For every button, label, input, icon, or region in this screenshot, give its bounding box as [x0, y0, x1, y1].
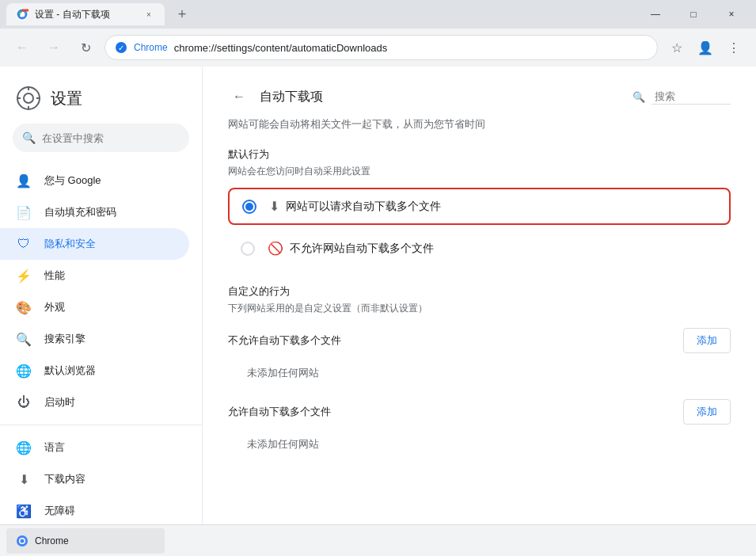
browser-icon: 🌐: [16, 363, 32, 379]
sidebar-divider-1: [0, 425, 202, 425]
taskbar: Chrome: [0, 524, 756, 556]
sidebar-item-appearance[interactable]: 🎨 外观: [0, 291, 189, 323]
content-area: ← 自动下载项 🔍 网站可能会自动将相关文件一起下载，从而为您节省时间 默认行为…: [203, 67, 756, 556]
sidebar-label-autofill: 自动填充和密码: [44, 205, 116, 219]
allow-custom-block: 允许自动下载多个文件 添加 未添加任何网站: [228, 399, 731, 458]
sidebar-group-1: 👤 您与 Google 📄 自动填充和密码 🛡 隐私和安全 ⚡ 性能 🎨 外观 …: [0, 165, 202, 418]
autofill-icon: 📄: [16, 204, 32, 220]
deny-option[interactable]: 🚫 不允许网站自动下载多个文件: [228, 231, 731, 265]
download-option-icon: ⬇: [269, 199, 279, 214]
content-back-button[interactable]: ←: [228, 86, 250, 108]
content-search-input[interactable]: [652, 89, 731, 105]
allow-block-header: 允许自动下载多个文件 添加: [228, 399, 731, 425]
sidebar-label-accessibility: 无障碍: [44, 504, 75, 518]
bookmark-button[interactable]: ☆: [664, 35, 690, 60]
url-text: chrome://settings/content/automaticDownl…: [174, 42, 388, 54]
settings-search-input[interactable]: [42, 132, 180, 144]
deny-option-label: 不允许网站自动下载多个文件: [290, 242, 434, 256]
settings-logo-icon: [16, 86, 41, 111]
sidebar-label-language: 语言: [44, 440, 65, 455]
custom-section-title: 自定义的行为: [228, 284, 731, 299]
sidebar: 设置 🔍 👤 您与 Google 📄 自动填充和密码 🛡 隐私和安全 ⚡ 性能: [0, 67, 203, 556]
refresh-button[interactable]: ↻: [73, 35, 98, 60]
deny-option-icon: 🚫: [268, 241, 283, 256]
profile-button[interactable]: 👤: [693, 35, 718, 60]
tab-favicon: [16, 8, 28, 21]
taskbar-chrome-item[interactable]: Chrome: [6, 528, 165, 554]
sidebar-label-browser: 默认浏览器: [44, 364, 96, 378]
deny-custom-block: 不允许自动下载多个文件 添加 未添加任何网站: [228, 328, 731, 387]
allow-block-title: 允许自动下载多个文件: [228, 405, 331, 419]
sidebar-item-accessibility[interactable]: ♿ 无障碍: [0, 495, 189, 527]
default-section-title: 默认行为: [228, 147, 731, 162]
settings-search-bar[interactable]: 🔍: [13, 124, 189, 152]
svg-point-9: [21, 539, 25, 543]
address-bar[interactable]: ✓ Chrome chrome://settings/content/autom…: [104, 35, 658, 60]
back-navigation: ← 自动下载项: [228, 86, 323, 108]
taskbar-chrome-icon: [16, 535, 28, 547]
sidebar-item-startup[interactable]: ⏻ 启动时: [0, 387, 189, 418]
sidebar-item-performance[interactable]: ⚡ 性能: [0, 260, 189, 291]
tab-title: 设置 - 自动下载项: [35, 8, 136, 21]
deny-block-header: 不允许自动下载多个文件 添加: [228, 328, 731, 353]
menu-button[interactable]: ⋮: [721, 35, 747, 60]
allow-empty-message: 未添加任何网站: [228, 431, 731, 458]
sidebar-label-downloads: 下载内容: [44, 472, 85, 486]
search-engine-icon: 🔍: [16, 331, 32, 347]
back-button[interactable]: ←: [9, 35, 35, 60]
deny-option-content: 🚫 不允许网站自动下载多个文件: [268, 241, 434, 256]
svg-point-5: [17, 87, 40, 109]
deny-block-title: 不允许自动下载多个文件: [228, 333, 341, 348]
title-bar: 设置 - 自动下载项 × + — □ ×: [0, 0, 756, 29]
allow-option[interactable]: ⬇ 网站可以请求自动下载多个文件: [228, 188, 731, 225]
forward-button[interactable]: →: [41, 35, 66, 60]
settings-header: 设置: [0, 79, 202, 124]
sidebar-item-autofill[interactable]: 📄 自动填充和密码: [0, 196, 189, 228]
allow-option-content: ⬇ 网站可以请求自动下载多个文件: [269, 199, 441, 214]
navigation-bar: ← → ↻ ✓ Chrome chrome://settings/content…: [0, 29, 756, 67]
content-search-icon: 🔍: [633, 91, 645, 103]
svg-text:✓: ✓: [118, 44, 124, 52]
download-icon: ⬇: [16, 471, 32, 487]
sidebar-item-google[interactable]: 👤 您与 Google: [0, 165, 189, 196]
custom-section-subtitle: 下列网站采用的是自定义设置（而非默认设置）: [228, 302, 731, 315]
performance-icon: ⚡: [16, 268, 32, 284]
language-icon: 🌐: [16, 440, 32, 455]
deny-radio[interactable]: [241, 242, 255, 256]
tab-close-button[interactable]: ×: [142, 8, 155, 21]
sidebar-label-appearance: 外观: [44, 300, 65, 314]
allow-add-button[interactable]: 添加: [683, 399, 731, 425]
allow-option-label: 网站可以请求自动下载多个文件: [286, 200, 441, 214]
browser-tab[interactable]: 设置 - 自动下载项 ×: [6, 3, 165, 25]
new-tab-button[interactable]: +: [171, 3, 193, 25]
allow-radio[interactable]: [242, 200, 256, 214]
sidebar-item-search[interactable]: 🔍 搜索引擎: [0, 323, 189, 355]
sidebar-label-performance: 性能: [44, 268, 65, 283]
deny-empty-message: 未添加任何网站: [228, 360, 731, 387]
deny-add-button[interactable]: 添加: [683, 328, 731, 353]
sidebar-label-google: 您与 Google: [44, 173, 101, 188]
page-title: 自动下载项: [260, 89, 323, 105]
sidebar-item-privacy[interactable]: 🛡 隐私和安全: [0, 228, 189, 260]
taskbar-label: Chrome: [35, 535, 69, 546]
sidebar-label-startup: 启动时: [44, 395, 75, 409]
sidebar-label-search: 搜索引擎: [44, 332, 85, 346]
svg-point-6: [24, 93, 33, 103]
sidebar-item-downloads[interactable]: ⬇ 下载内容: [0, 463, 189, 495]
close-button[interactable]: ×: [713, 2, 750, 27]
accessibility-icon: ♿: [16, 503, 32, 519]
sidebar-item-language[interactable]: 🌐 语言: [0, 432, 189, 463]
chrome-shield-icon: ✓: [115, 41, 127, 54]
default-section-subtitle: 网站会在您访问时自动采用此设置: [228, 165, 731, 178]
settings-title: 设置: [51, 88, 82, 109]
nav-right-actions: ☆ 👤 ⋮: [664, 35, 747, 60]
maximize-button[interactable]: □: [675, 2, 712, 27]
content-header: ← 自动下载项 🔍: [228, 86, 731, 108]
minimize-button[interactable]: —: [637, 2, 674, 27]
svg-point-2: [21, 13, 25, 17]
startup-icon: ⏻: [16, 394, 32, 410]
person-icon: 👤: [16, 173, 32, 189]
shield-icon: 🛡: [16, 236, 32, 252]
sidebar-item-browser[interactable]: 🌐 默认浏览器: [0, 355, 189, 387]
window-controls: — □ ×: [637, 2, 750, 27]
